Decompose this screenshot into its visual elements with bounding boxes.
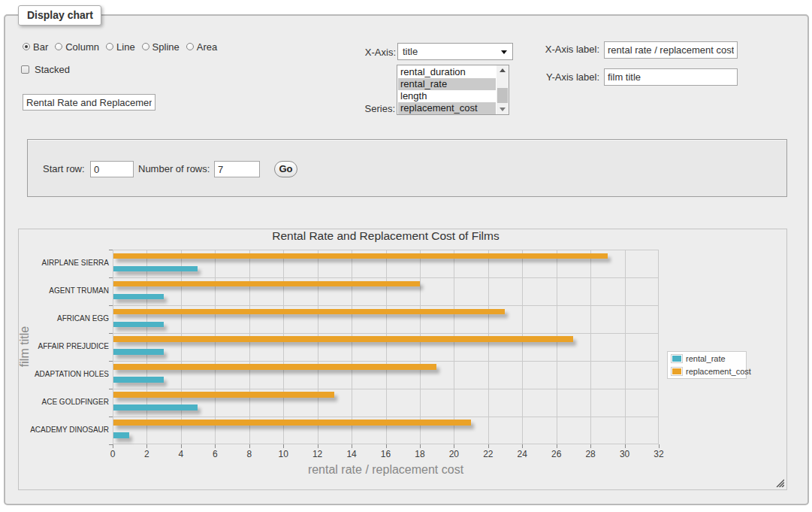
gridline-vertical xyxy=(454,250,454,444)
x-axis-tick xyxy=(249,444,250,448)
x-axis-tick xyxy=(522,444,523,448)
chart-type-radio-column[interactable] xyxy=(55,43,62,50)
legend-swatch xyxy=(671,367,683,376)
scrollbar-thumb[interactable] xyxy=(497,88,508,103)
x-axis-tick xyxy=(146,444,147,448)
gridline-vertical xyxy=(420,250,421,444)
legend-entry-replacement_cost: replacement_cost xyxy=(671,365,743,378)
series-option-rental_duration[interactable]: rental_duration xyxy=(398,66,496,78)
bar-replacement_cost xyxy=(113,392,334,398)
listbox-scrollbar[interactable] xyxy=(497,65,509,114)
chart-type-option-bar: Bar xyxy=(23,41,48,53)
x-axis-tick xyxy=(557,444,557,448)
y-axis-label-input[interactable] xyxy=(604,68,738,86)
go-button[interactable]: Go xyxy=(274,161,297,177)
x-axis-tick xyxy=(454,444,454,448)
gridline-horizontal xyxy=(113,361,658,362)
y-axis-tick xyxy=(109,250,113,250)
y-axis-tick xyxy=(109,444,113,445)
y-axis-category-label: AGENT TRUMAN xyxy=(19,286,109,295)
bar-replacement_cost xyxy=(113,336,573,342)
x-axis-tick xyxy=(488,444,489,448)
series-option-replacement_cost[interactable]: replacement_cost xyxy=(398,102,496,114)
chart-type-radio-spline[interactable] xyxy=(142,43,149,50)
x-axis-select[interactable]: title xyxy=(397,43,513,60)
x-axis-tick-label: 28 xyxy=(579,449,602,459)
x-axis-tick-label: 22 xyxy=(477,449,500,459)
bar-rental_rate xyxy=(113,322,164,328)
x-axis-tick xyxy=(283,444,284,448)
y-axis-tick xyxy=(109,277,113,278)
chart-title-input[interactable] xyxy=(23,94,155,111)
number-of-rows-input[interactable] xyxy=(214,161,260,177)
gridline-vertical xyxy=(283,250,284,444)
x-axis-tick-label: 4 xyxy=(170,449,192,459)
x-axis-tick-label: 14 xyxy=(340,449,363,459)
gridline-vertical xyxy=(590,250,591,444)
x-axis-tick xyxy=(352,444,352,448)
x-axis-tick-label: 32 xyxy=(647,449,670,459)
gridline-vertical xyxy=(488,250,489,444)
gridline-vertical xyxy=(181,250,182,444)
y-axis-title: film title xyxy=(18,314,32,379)
y-axis-tick xyxy=(109,333,113,334)
bar-replacement_cost xyxy=(113,281,420,287)
gridline-vertical xyxy=(386,250,387,444)
bar-rental_rate xyxy=(113,377,164,383)
gridline-vertical xyxy=(318,250,318,444)
y-axis-tick xyxy=(109,417,113,417)
scrollbar-up-button[interactable] xyxy=(497,65,509,75)
x-axis-tick-label: 20 xyxy=(442,449,465,459)
chart-type-option-spline: Spline xyxy=(142,41,180,53)
start-row-input[interactable] xyxy=(90,161,134,177)
gridline-horizontal xyxy=(113,417,658,417)
x-axis-tick-label: 10 xyxy=(272,449,294,459)
x-axis-tick xyxy=(113,444,113,448)
series-listbox[interactable]: rental_durationrental_ratelengthreplacem… xyxy=(397,65,509,115)
x-axis-tick-label: 18 xyxy=(409,449,431,459)
dropdown-arrow-icon xyxy=(501,50,507,54)
stacked-checkbox[interactable] xyxy=(21,65,29,74)
chart-type-radio-label: Line xyxy=(116,41,135,53)
chart-type-radio-bar[interactable] xyxy=(23,43,30,50)
legend-entry-label: rental_rate xyxy=(686,354,726,363)
x-axis-tick-label: 12 xyxy=(306,449,329,459)
stacked-row: Stacked xyxy=(21,61,70,77)
series-label: Series: xyxy=(320,103,395,115)
scrollbar-down-button[interactable] xyxy=(497,105,509,114)
chart-type-radio-label: Bar xyxy=(33,41,48,53)
gridline-vertical xyxy=(557,250,557,444)
gridline-vertical xyxy=(522,250,523,444)
scroll-down-arrow-icon xyxy=(500,108,506,111)
x-axis-label-input[interactable] xyxy=(604,41,738,59)
legend-entry-rental_rate: rental_rate xyxy=(671,353,743,365)
chart-legend: rental_ratereplacement_cost xyxy=(667,351,747,379)
x-axis-tick xyxy=(386,444,387,448)
chart-type-radio-group: BarColumnLineSplineArea xyxy=(23,38,224,55)
y-axis-category-label: AFFAIR PREJUDICE xyxy=(19,342,109,350)
chart-type-radio-label: Spline xyxy=(152,41,180,53)
display-chart-fieldset: Display chart BarColumnLineSplineArea St… xyxy=(4,14,809,505)
series-option-length[interactable]: length xyxy=(398,90,496,102)
x-axis-tick xyxy=(625,444,626,448)
series-option-rental_rate[interactable]: rental_rate xyxy=(398,78,496,90)
bar-replacement_cost xyxy=(113,420,471,426)
gridline-vertical xyxy=(215,250,216,444)
start-row-label: Start row: xyxy=(43,140,85,198)
legend-swatch-color xyxy=(672,356,681,362)
chart-type-radio-area[interactable] xyxy=(186,43,194,50)
y-axis-category-label: ACADEMY DINOSAUR xyxy=(19,426,109,434)
y-axis-category-label: AIRPLANE SIERRA xyxy=(19,259,109,267)
y-axis-tick xyxy=(109,389,113,389)
resize-handle-icon[interactable] xyxy=(776,479,784,487)
y-axis-category-label: ACE GOLDFINGER xyxy=(19,398,109,406)
chart-type-radio-line[interactable] xyxy=(106,43,113,50)
gridline-horizontal xyxy=(113,305,658,306)
legend-entry-label: replacement_cost xyxy=(686,367,751,376)
x-axis-tick xyxy=(318,444,318,448)
chart-title: Rental Rate and Replacement Cost of Film… xyxy=(113,229,659,243)
number-of-rows-label: Number of rows: xyxy=(138,140,210,198)
x-axis-tick-label: 16 xyxy=(375,449,397,459)
bar-rental_rate xyxy=(113,404,198,411)
bar-replacement_cost xyxy=(113,309,505,315)
